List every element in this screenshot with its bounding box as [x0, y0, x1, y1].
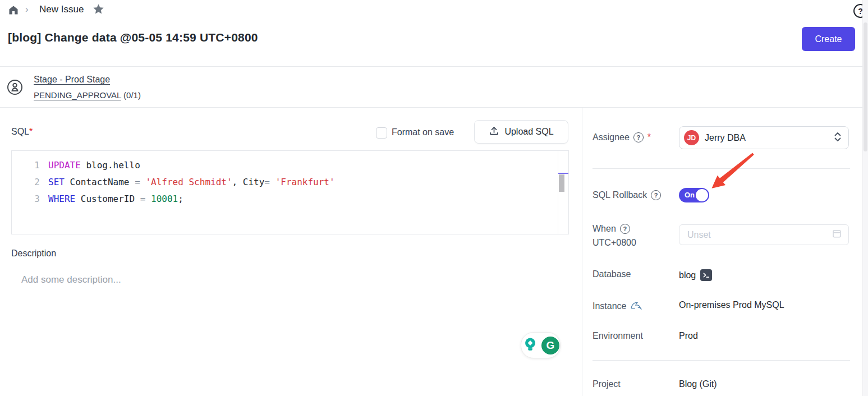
assignee-help-icon[interactable]: ?: [633, 132, 644, 142]
approver-person-icon: [7, 79, 23, 98]
line-number: 1: [12, 157, 48, 174]
stage-approval-count: (0/1): [123, 90, 141, 100]
page-title: [blog] Change data @05-05 14:59 UTC+0800: [8, 31, 258, 44]
instance-value: On-premises Prod MySQL: [679, 300, 784, 310]
chevron-up-down-icon: [834, 131, 842, 145]
home-icon[interactable]: [8, 4, 19, 18]
mysql-dolphin-icon: [630, 300, 644, 312]
grammarly-logo-icon[interactable]: G: [541, 337, 559, 354]
code-lines: 1UPDATE blog.hello2SET ContactName = 'Al…: [12, 157, 568, 208]
project-value: Blog (Git): [679, 379, 717, 389]
assignee-avatar: JD: [684, 130, 699, 145]
code-line: 1UPDATE blog.hello: [12, 157, 568, 174]
sql-rollback-toggle[interactable]: On: [679, 188, 709, 202]
editor-scrollbar-thumb[interactable]: [559, 174, 564, 192]
required-asterisk: *: [29, 127, 33, 136]
upload-sql-label: Upload SQL: [504, 127, 553, 137]
environment-value: Prod: [679, 331, 698, 341]
format-on-save-label: Format on save: [392, 127, 454, 137]
database-value: blog: [679, 269, 712, 281]
rollback-help-icon[interactable]: ?: [651, 190, 661, 200]
when-timezone: UTC+0800: [593, 238, 636, 248]
upload-icon: [489, 126, 499, 139]
star-icon[interactable]: [92, 3, 105, 18]
when-placeholder: Unset: [687, 230, 832, 240]
page-scrollbar[interactable]: [862, 0, 868, 396]
annotation-arrow: [708, 151, 757, 195]
divider: [0, 66, 868, 67]
code-line: 3WHERE CustomerID = 10001;: [12, 191, 568, 208]
calendar-icon: [832, 229, 842, 241]
description-input[interactable]: Add some description...: [21, 274, 121, 286]
line-number: 3: [12, 191, 48, 208]
when-help-icon[interactable]: ?: [620, 224, 630, 234]
create-button[interactable]: Create: [802, 27, 855, 51]
breadcrumb-page: New Issue: [39, 4, 84, 15]
assignee-value: Jerry DBA: [705, 133, 828, 143]
line-number: 2: [12, 174, 48, 191]
page-scrollbar-thumb[interactable]: [864, 22, 867, 151]
stage-status-text[interactable]: PENDING_APPROVAL: [34, 90, 121, 100]
toggle-knob: [696, 189, 708, 201]
assignee-label: Assignee ? *: [593, 132, 651, 142]
project-label: Project: [593, 379, 621, 389]
divider: [0, 107, 868, 108]
database-label: Database: [593, 269, 631, 279]
environment-label: Environment: [593, 331, 643, 341]
grammarly-widget[interactable]: G: [521, 332, 561, 358]
breadcrumb-separator: ›: [25, 4, 29, 15]
editor-cursor-indicator: [558, 173, 568, 174]
sql-label: SQL*: [11, 127, 33, 137]
sql-console-icon[interactable]: [700, 269, 712, 281]
sql-rollback-label: SQL Rollback ?: [593, 190, 661, 200]
when-date-input[interactable]: Unset: [679, 224, 849, 245]
editor-scrollbar[interactable]: [558, 151, 568, 234]
sidebar-divider: [582, 108, 582, 396]
sql-editor[interactable]: 1UPDATE blog.hello2SET ContactName = 'Al…: [11, 150, 569, 234]
assignee-select[interactable]: JD Jerry DBA: [679, 126, 849, 149]
format-on-save-checkbox[interactable]: [376, 127, 387, 139]
suggestion-bulb-icon[interactable]: [522, 336, 539, 355]
description-label: Description: [11, 248, 56, 259]
toggle-on-label: On: [685, 188, 695, 202]
instance-label: Instance: [593, 300, 644, 312]
required-asterisk: *: [647, 132, 651, 142]
divider: [593, 360, 850, 361]
code-line: 2SET ContactName = 'Alfred Schmidt', Cit…: [12, 174, 568, 191]
stage-status[interactable]: PENDING_APPROVAL (0/1): [34, 90, 141, 100]
upload-sql-button[interactable]: Upload SQL: [474, 120, 568, 144]
when-label: When ?: [593, 224, 630, 234]
stage-link[interactable]: Stage - Prod Stage: [34, 75, 110, 85]
